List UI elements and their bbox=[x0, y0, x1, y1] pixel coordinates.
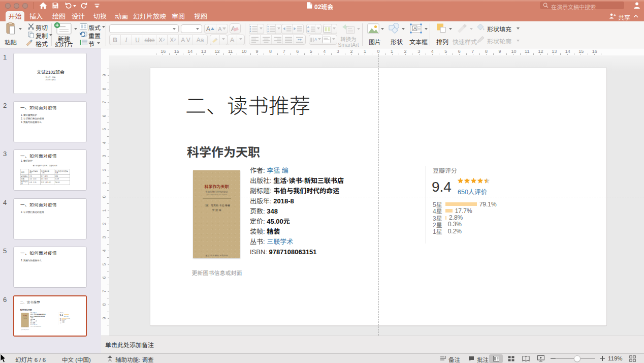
svg-text:A: A bbox=[413, 26, 416, 31]
